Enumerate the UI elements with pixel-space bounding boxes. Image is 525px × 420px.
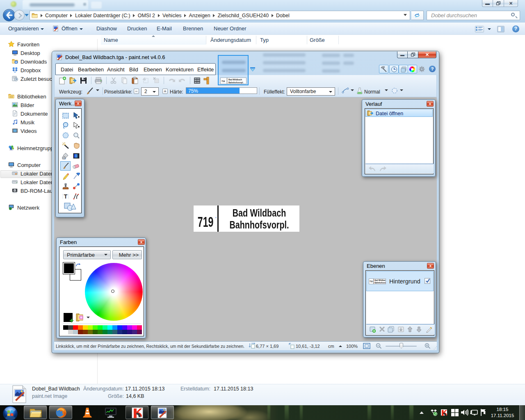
svg-text:T: T (64, 193, 68, 200)
